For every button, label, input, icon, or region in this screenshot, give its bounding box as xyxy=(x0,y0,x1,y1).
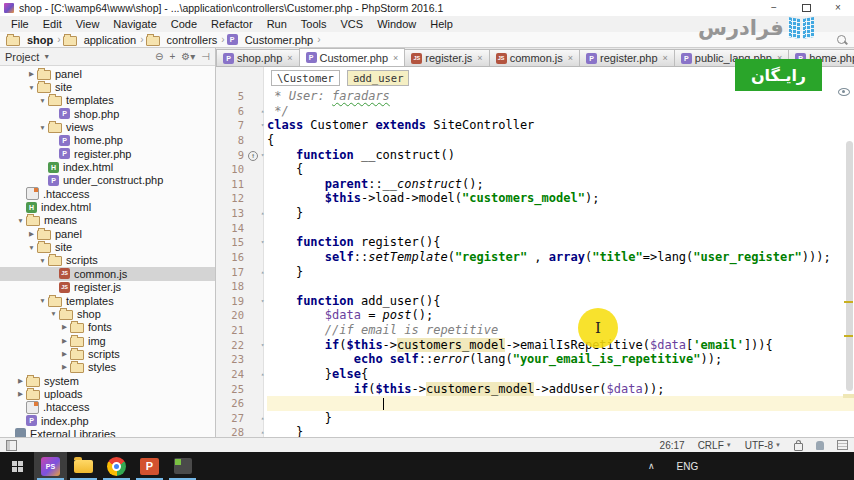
language-indicator[interactable]: ENG xyxy=(677,461,699,472)
close-button[interactable]: × xyxy=(822,0,854,16)
settings-gear-icon[interactable]: ⚙▾ xyxy=(181,51,195,62)
tree-item-scripts[interactable]: ▶scripts xyxy=(0,347,215,360)
code-text[interactable]: }else{ xyxy=(267,367,854,382)
code-text[interactable]: function register(){ xyxy=(267,235,854,250)
code-text[interactable] xyxy=(267,396,854,411)
code-text[interactable] xyxy=(267,221,854,236)
code-text[interactable]: } xyxy=(267,206,854,221)
taskbar-recorder-icon[interactable] xyxy=(166,452,199,480)
tree-item-site[interactable]: ▼site xyxy=(0,80,215,93)
editor-body[interactable]: \Customeradd_user 5 * User: faradars6▴ *… xyxy=(216,67,854,437)
minimize-button[interactable]: − xyxy=(758,0,790,16)
tab-common-js[interactable]: common.js× xyxy=(489,49,580,66)
hector-inspections-icon[interactable] xyxy=(816,441,824,450)
tree-item-panel[interactable]: ▶panel xyxy=(0,227,215,240)
code-text[interactable]: if($this->customers_model->addUser($data… xyxy=(267,382,854,397)
chevron-expanded-icon[interactable]: ▼ xyxy=(26,84,37,91)
start-button[interactable] xyxy=(0,452,34,480)
chevron-collapsed-icon[interactable]: ▶ xyxy=(59,363,70,371)
fold-marker-icon[interactable]: ▴ xyxy=(258,206,267,221)
chevron-expanded-icon[interactable]: ▼ xyxy=(37,97,48,104)
maximize-button[interactable] xyxy=(790,0,822,16)
code-text[interactable]: if($this->customers_model->emailIsRepeti… xyxy=(267,338,854,353)
menu-refactor[interactable]: Refactor xyxy=(204,18,260,30)
breadcrumb-item-application[interactable]: application› xyxy=(63,34,144,46)
close-icon[interactable]: × xyxy=(663,53,668,63)
tree-item-means[interactable]: ▼means xyxy=(0,214,215,227)
menu-view[interactable]: View xyxy=(69,18,107,30)
tree-item-shop-php[interactable]: shop.php xyxy=(0,107,215,120)
tree-item-styles[interactable]: ▶styles xyxy=(0,361,215,374)
inspections-eye-icon[interactable] xyxy=(838,88,850,96)
taskbar-phpstorm-icon[interactable]: PS xyxy=(34,452,67,480)
lock-icon[interactable] xyxy=(794,440,803,451)
code-text[interactable] xyxy=(267,279,854,294)
menu-run[interactable]: Run xyxy=(260,18,294,30)
code-text[interactable]: //if email is repetitive xyxy=(267,323,854,338)
tree-item-scripts[interactable]: ▼scripts xyxy=(0,254,215,267)
menu-vcs[interactable]: VCS xyxy=(334,18,371,30)
fold-marker-icon[interactable]: ▾ xyxy=(258,118,267,133)
caret-position-widget[interactable]: 26:17 xyxy=(660,440,685,451)
code-text[interactable]: */ xyxy=(267,104,854,119)
code-text[interactable]: self::setTemplate("register" , array("ti… xyxy=(267,250,854,265)
chevron-expanded-icon[interactable]: ▼ xyxy=(37,257,48,264)
tree-item-index-php[interactable]: index.php xyxy=(0,414,215,427)
tree-item-register-php[interactable]: register.php xyxy=(0,147,215,160)
tree-item-uploads[interactable]: ▶uploads xyxy=(0,387,215,400)
chevron-expanded-icon[interactable]: ▼ xyxy=(48,310,59,317)
tab-shop-php[interactable]: shop.php× xyxy=(216,49,300,66)
menu-edit[interactable]: Edit xyxy=(36,18,69,30)
breadcrumb-chip-adduser[interactable]: add_user xyxy=(347,70,410,86)
tree-item-index-html[interactable]: index.html xyxy=(0,160,215,173)
fold-marker-icon[interactable]: ▾ xyxy=(258,294,267,309)
tree-item-site[interactable]: ▼site xyxy=(0,240,215,253)
tree-item-system[interactable]: ▶system xyxy=(0,374,215,387)
code-text[interactable]: { xyxy=(267,133,854,148)
close-icon[interactable]: × xyxy=(568,53,573,63)
taskbar-chrome-icon[interactable] xyxy=(100,452,133,480)
close-icon[interactable]: × xyxy=(393,53,398,63)
tree-item--htaccess[interactable]: .htaccess xyxy=(0,187,215,200)
chevron-collapsed-icon[interactable]: ▶ xyxy=(15,377,26,385)
tree-item-templates[interactable]: ▼templates xyxy=(0,94,215,107)
menu-help[interactable]: Help xyxy=(423,18,460,30)
scroll-from-source-icon[interactable]: + xyxy=(169,51,175,62)
code-text[interactable]: * User: faradars xyxy=(267,89,854,104)
toolwindow-toggle-icon[interactable] xyxy=(6,440,17,451)
fold-marker-icon[interactable]: ▴ xyxy=(258,411,267,426)
chevron-collapsed-icon[interactable]: ▶ xyxy=(15,390,26,398)
code-text[interactable]: } xyxy=(267,265,854,280)
tree-item-views[interactable]: ▼views xyxy=(0,120,215,133)
breadcrumb-item-controllers[interactable]: controllers› xyxy=(146,34,225,46)
override-gutter-icon[interactable]: ↑ xyxy=(248,148,258,163)
tree-item-shop[interactable]: ▼shop xyxy=(0,307,215,320)
tree-item-img[interactable]: ▶img xyxy=(0,334,215,347)
search-icon[interactable] xyxy=(837,35,846,44)
editor-scrollbar[interactable] xyxy=(846,141,853,391)
fold-marker-icon[interactable]: ▾ xyxy=(258,235,267,250)
fold-marker-icon[interactable]: ▴ xyxy=(258,265,267,280)
encoding-widget[interactable]: UTF-8▼ xyxy=(745,440,781,451)
code-text[interactable]: echo self::error(lang("your_email_is_rep… xyxy=(267,352,854,367)
tree-item-templates[interactable]: ▼templates xyxy=(0,294,215,307)
code-text[interactable]: } xyxy=(267,411,854,426)
close-icon[interactable]: × xyxy=(477,53,482,63)
tree-item--htaccess[interactable]: .htaccess xyxy=(0,401,215,414)
code-text[interactable]: { xyxy=(267,162,854,177)
tab-register-js[interactable]: register.js× xyxy=(404,49,489,66)
chevron-expanded-icon[interactable]: ▼ xyxy=(15,217,26,224)
taskbar-explorer-icon[interactable] xyxy=(67,452,100,480)
warning-stripe-mark[interactable] xyxy=(844,335,853,337)
tree-item-common-js[interactable]: common.js xyxy=(0,267,215,280)
code-text[interactable]: $data = post(); xyxy=(267,308,854,323)
collapse-all-icon[interactable]: ⊖ xyxy=(155,51,163,62)
tree-item-fonts[interactable]: ▶fonts xyxy=(0,321,215,334)
tray-chevron-icon[interactable]: ∧ xyxy=(648,461,655,471)
code-text[interactable]: function add_user(){ xyxy=(267,294,854,309)
tree-item-register-js[interactable]: register.js xyxy=(0,281,215,294)
code-text[interactable]: function __construct() xyxy=(267,148,854,163)
breadcrumb-chip-customer[interactable]: \Customer xyxy=(271,70,340,86)
chevron-expanded-icon[interactable]: ▼ xyxy=(37,297,48,304)
menu-window[interactable]: Window xyxy=(370,18,423,30)
